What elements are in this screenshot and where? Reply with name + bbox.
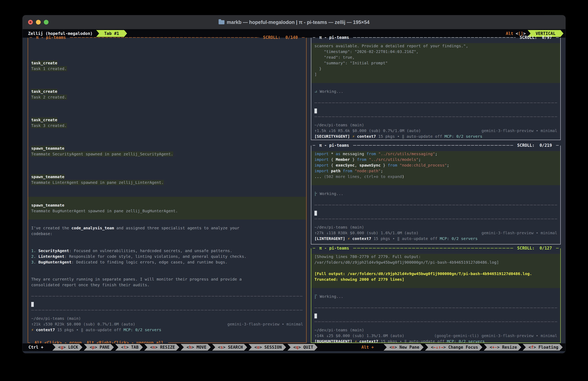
terminal-line: import { Member } from "../src/utils/mod… [311,157,560,162]
usage-stats-line: ↑21k ↓530 R23k $0.000 (sub) 0.7%/1.0M (a… [28,321,306,327]
pane-linter-agent[interactable]: π - pi-teams SCROLL: 0/219 import * as m… [311,146,561,245]
keybind-change-focus[interactable]: <←↓↑→> Change Focus [425,344,482,351]
minimize-button[interactable] [36,20,41,24]
terminal-line: scanners available. Provide a detailed r… [311,43,560,49]
terminal-line: ⡗ Working... [311,191,560,197]
pane-bughunter-agent[interactable]: π - pi-teams SCROLL: 0/127 [Showing line… [311,248,561,343]
zoom-button[interactable] [44,20,48,24]
blank-line [28,191,306,197]
keybind-pane[interactable]: <p> PANE [84,344,114,351]
keybind-move[interactable]: <h> MOVE [181,344,211,351]
prompt-line [28,302,306,307]
pane-area: π - pi-teams SCROLL: 0/140 task_createTa… [22,38,566,343]
text-cursor[interactable] [315,109,317,114]
text-cursor[interactable] [31,302,34,307]
highlighted-blank-line [311,282,560,288]
prompt-line [311,313,560,319]
input-divider [311,103,560,108]
keybind-quit[interactable]: <q> QUIT [288,344,317,351]
titlebar: markb — hopeful-megalodon | π - pi-teams… [22,15,566,29]
terminal-line: consolidated report once they finish the… [28,282,306,288]
close-button[interactable] [28,20,33,24]
keybind-floating[interactable]: <f> Floating [523,344,563,351]
blank-line [28,72,306,77]
blank-line [311,197,560,202]
highlighted-blank-line [311,179,560,185]
terminal-line: Teammate SecurityAgent spawned in pane z… [28,151,306,157]
blank-line [28,112,306,117]
keybind-new-pane[interactable]: <n> New Pane [383,344,424,351]
terminal-line: "summary": "Initial prompt" [311,60,560,66]
terminal-line: [Full output: /var/folders/d0/z9jph2ld4v… [311,271,560,277]
input-divider [311,219,560,225]
alt-keybinds: <n> New Pane<←↓↑→> Change Focus<+-> Resi… [382,344,563,351]
terminal-line: import { execSync, spawnSync } from "nod… [311,162,560,168]
keybind-session[interactable]: <o> SESSION [249,344,286,351]
keybind-search[interactable]: <s> SEARCH [212,344,247,351]
text-cursor[interactable] [315,314,317,318]
blank-line [28,100,306,106]
pane-security-agent[interactable]: π - pi-teams SCROLL: 0/97 scanners avail… [311,38,561,140]
terminal-line: ⚡ context7 15 pkgs • ‖ auto-update off M… [28,327,306,333]
terminal-line: task_create [28,89,306,94]
text-cursor[interactable] [315,211,317,216]
pane-content: task_createTask 1 created.task_createTas… [28,38,306,343]
keybind-resize[interactable]: <+-> Resize [484,344,521,351]
prompt-line [311,108,560,114]
keybind-tab[interactable]: <t> TAB [115,344,143,351]
input-divider [311,116,560,122]
terminal-line: } [311,66,560,72]
terminal-line: ~/dev/pi-teams (main) [311,327,560,333]
blank-line [28,168,306,174]
blank-line [28,140,306,146]
terminal-line: [Showing lines 780-2779 of 2779. Full ou… [311,254,560,260]
terminal-line: ~/dev/pi-teams (main) [311,122,560,128]
terminal-line: Truncated: showing 2000 of 2779 lines] [311,277,560,282]
blank-line [28,163,306,168]
prompt-line [311,210,560,216]
terminal-line: 1. SecurityAgent: Focused on vulnerabili… [28,248,306,254]
keybind-resize[interactable]: <n> RESIZE [144,344,179,351]
usage-stats-line: ↑14k ↓25 $0.000 (sub) 1.3%/1.0M (auto)(g… [311,333,560,339]
blank-line [28,134,306,140]
blank-line [311,83,560,89]
terminal-line: import path from "node:path"; [311,168,560,174]
terminal-line: [LINTERAGENT] ⚡ context7 15 pkgs • ‖ aut… [311,236,560,242]
terminal-line: 3. BugHunterAgent: Dedicated to finding … [28,259,306,265]
highlighted-blank-line [311,77,560,83]
terminal-line: 2. LinterAgent: Responsible for code sty… [28,254,306,259]
terminal-line: Task 1 created. [28,66,306,72]
terminal-line: ⡏ Working... [311,294,560,299]
input-divider [311,205,560,210]
ctrl-modifier-label: Ctrl + [26,345,51,350]
terminal-line: I've created the code_analysis_team and … [28,225,306,231]
blank-line [311,185,560,191]
highlighted-blank-line [311,265,560,271]
blank-line [28,77,306,83]
blank-line [28,43,306,49]
terminal-line: task_create [28,117,306,123]
pane-content: import * as messaging from "../src/utils… [311,146,560,244]
screen: markb — hopeful-megalodon | π - pi-teams… [0,0,588,381]
ctrl-keybinds: <g> LOCK<p> PANE<t> TAB<n> RESIZE<h> MOV… [51,344,317,351]
blank-line [28,83,306,89]
blank-line [311,288,560,294]
pane-orchestrator[interactable]: π - pi-teams SCROLL: 0/140 task_createTa… [28,38,307,343]
terminal-line: ~/dev/pi-teams (main) [311,225,560,230]
window-title-group: markb — hopeful-megalodon | π - pi-teams… [219,19,370,25]
blank-line [28,129,306,134]
blank-line [28,157,306,163]
blank-line [28,49,306,55]
terminal-line: [SECURITYAGENT] ⚡ context7 15 pkgs • ‖ a… [311,133,560,139]
blank-line [28,237,306,242]
terminal-line: spawn_teammate [28,146,306,151]
terminal-line: Task 2 created. [28,94,306,100]
blank-line [28,265,306,271]
pane-content: [Showing lines 780-2779 of 2779. Full ou… [311,248,560,343]
alt-modifier-label: Alt + [356,345,382,350]
terminal-line: ] [311,72,560,77]
terminal-line: ... (502 more lines, ctrl+o to expand) [311,174,560,179]
keybind-lock[interactable]: <g> LOCK [52,344,83,351]
input-divider [311,322,560,327]
terminal-line: [BUGHUNTERAGENT] ⚡ context7 15 pkgs • ‖ … [311,339,560,343]
